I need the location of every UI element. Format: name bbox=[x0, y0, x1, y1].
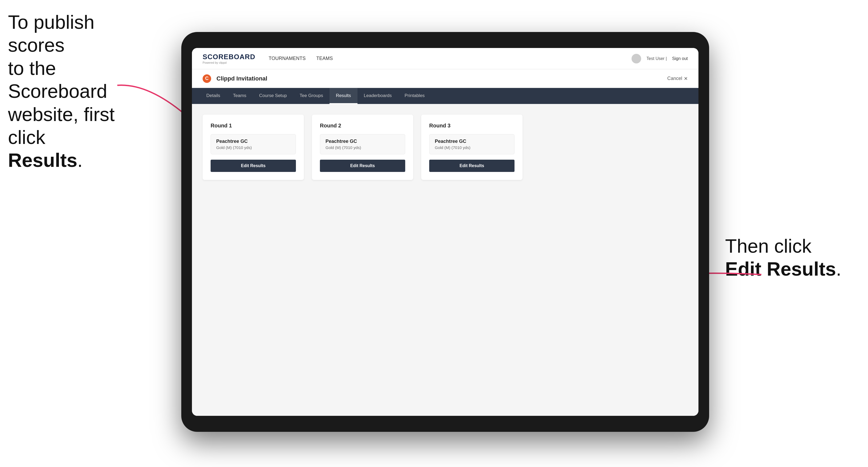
round-3-edit-results-button[interactable]: Edit Results bbox=[429, 160, 515, 172]
tournament-icon: C bbox=[203, 74, 211, 83]
tab-course-setup[interactable]: Course Setup bbox=[253, 88, 293, 104]
round-1-title: Round 1 bbox=[211, 123, 296, 129]
tablet: SCOREBOARD Powered by clippd TOURNAMENTS… bbox=[181, 32, 709, 432]
instruction-line4: click bbox=[8, 127, 45, 148]
round-1-course-card: Peachtree GC Gold (M) (7010 yds) bbox=[211, 134, 296, 154]
tab-details[interactable]: Details bbox=[200, 88, 226, 104]
nav-tournaments[interactable]: TOURNAMENTS bbox=[269, 56, 306, 61]
tabs-nav: Details Teams Course Setup Tee Groups Re… bbox=[192, 88, 699, 104]
round-2-course-card: Peachtree GC Gold (M) (7010 yds) bbox=[320, 134, 405, 154]
sign-out-link[interactable]: Sign out bbox=[672, 56, 688, 61]
round-3-course-card: Peachtree GC Gold (M) (7010 yds) bbox=[429, 134, 515, 154]
round-3-course-name: Peachtree GC bbox=[435, 138, 509, 144]
instruction-line2: to the Scoreboard bbox=[8, 58, 107, 102]
tournament-name: Clippd Invitational bbox=[216, 75, 667, 82]
instruction-right-line1: Then click bbox=[725, 236, 811, 257]
round-2-edit-results-button[interactable]: Edit Results bbox=[320, 160, 405, 172]
tournament-header: C Clippd Invitational Cancel ✕ bbox=[192, 69, 699, 88]
round-2-course-details: Gold (M) (7010 yds) bbox=[326, 145, 400, 150]
nav-links: TOURNAMENTS TEAMS bbox=[269, 56, 631, 61]
round-3-card: Round 3 Peachtree GC Gold (M) (7010 yds)… bbox=[421, 115, 523, 180]
logo-text: SCOREBOARD bbox=[203, 53, 255, 61]
tab-leaderboards[interactable]: Leaderboards bbox=[358, 88, 398, 104]
round-3-course-details: Gold (M) (7010 yds) bbox=[435, 145, 509, 150]
round-2-course-name: Peachtree GC bbox=[326, 138, 400, 144]
round-2-title: Round 2 bbox=[320, 123, 405, 129]
instruction-line1: To publish scores bbox=[8, 11, 94, 56]
main-content: Round 1 Peachtree GC Gold (M) (7010 yds)… bbox=[192, 104, 699, 416]
instruction-line4-end: . bbox=[77, 150, 83, 171]
user-area: Test User | Sign out bbox=[631, 54, 688, 63]
round-1-course-details: Gold (M) (7010 yds) bbox=[216, 145, 290, 150]
cancel-button[interactable]: Cancel ✕ bbox=[667, 76, 688, 82]
instruction-right-end: . bbox=[836, 258, 841, 280]
tablet-screen: SCOREBOARD Powered by clippd TOURNAMENTS… bbox=[192, 48, 699, 416]
round-1-card: Round 1 Peachtree GC Gold (M) (7010 yds)… bbox=[203, 115, 304, 180]
round-1-edit-results-button[interactable]: Edit Results bbox=[211, 160, 296, 172]
tab-results[interactable]: Results bbox=[330, 88, 358, 104]
tab-tee-groups[interactable]: Tee Groups bbox=[293, 88, 330, 104]
logo-sub: Powered by clippd bbox=[203, 61, 255, 64]
scoreboard-logo: SCOREBOARD Powered by clippd bbox=[203, 53, 255, 64]
instruction-line4-bold: Results bbox=[8, 150, 77, 171]
round-3-title: Round 3 bbox=[429, 123, 515, 129]
tab-printables[interactable]: Printables bbox=[398, 88, 431, 104]
app-header: SCOREBOARD Powered by clippd TOURNAMENTS… bbox=[192, 48, 699, 69]
instruction-line3: website, first bbox=[8, 104, 115, 125]
round-1-course-name: Peachtree GC bbox=[216, 138, 290, 144]
tab-teams[interactable]: Teams bbox=[226, 88, 253, 104]
user-name: Test User | bbox=[647, 56, 667, 61]
rounds-grid: Round 1 Peachtree GC Gold (M) (7010 yds)… bbox=[203, 115, 688, 180]
nav-teams[interactable]: TEAMS bbox=[316, 56, 333, 61]
round-2-card: Round 2 Peachtree GC Gold (M) (7010 yds)… bbox=[312, 115, 413, 180]
user-avatar bbox=[631, 54, 641, 63]
